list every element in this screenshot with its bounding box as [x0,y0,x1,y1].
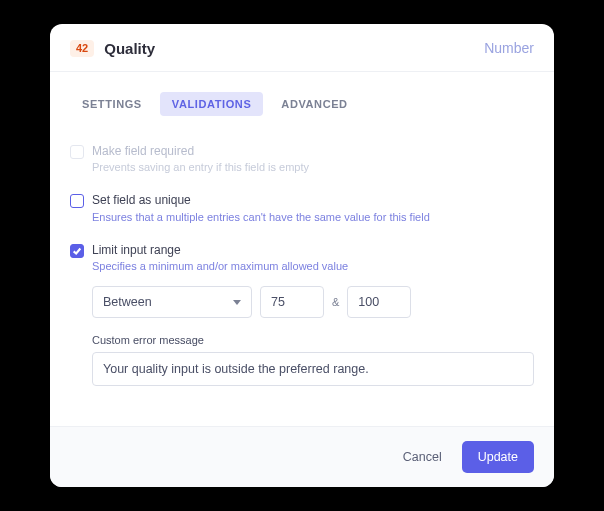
custom-error-input[interactable] [92,352,534,386]
field-title: Quality [104,40,155,57]
option-unique-desc: Ensures that a multiple entries can't ha… [92,211,534,223]
update-button[interactable]: Update [462,441,534,473]
range-row: Between & [92,286,534,318]
custom-error-label: Custom error message [92,334,534,346]
chevron-down-icon [233,300,241,305]
option-range-label: Limit input range [92,243,534,259]
option-required-desc: Prevents saving an entry if this field i… [92,161,534,173]
checkbox-required[interactable] [70,145,84,159]
dialog-footer: Cancel Update [50,426,554,487]
checkbox-range[interactable] [70,244,84,258]
dialog: 42 Quality Number SETTINGS VALIDATIONS A… [50,24,554,488]
range-min-input[interactable] [260,286,324,318]
range-mode-value: Between [103,295,152,309]
option-required-label: Make field required [92,144,534,160]
option-range-desc: Specifies a minimum and/or maximum allow… [92,260,534,272]
range-config: Between & Custom error message [92,286,534,386]
validations-panel: Make field required Prevents saving an e… [50,126,554,427]
cancel-button[interactable]: Cancel [399,444,446,470]
option-unique: Set field as unique Ensures that a multi… [70,183,534,233]
tab-advanced[interactable]: ADVANCED [269,92,359,116]
tab-settings[interactable]: SETTINGS [70,92,154,116]
option-unique-label: Set field as unique [92,193,534,209]
range-separator: & [332,296,339,308]
range-mode-select[interactable]: Between [92,286,252,318]
tab-validations[interactable]: VALIDATIONS [160,92,264,116]
tabs: SETTINGS VALIDATIONS ADVANCED [50,72,554,126]
range-max-input[interactable] [347,286,411,318]
option-range: Limit input range Specifies a minimum an… [70,233,534,397]
checkbox-unique[interactable] [70,194,84,208]
field-type-label: Number [484,40,534,56]
option-required: Make field required Prevents saving an e… [70,134,534,184]
field-id-badge: 42 [70,40,94,57]
check-icon [72,246,82,256]
dialog-header: 42 Quality Number [50,24,554,71]
header-left: 42 Quality [70,40,155,57]
